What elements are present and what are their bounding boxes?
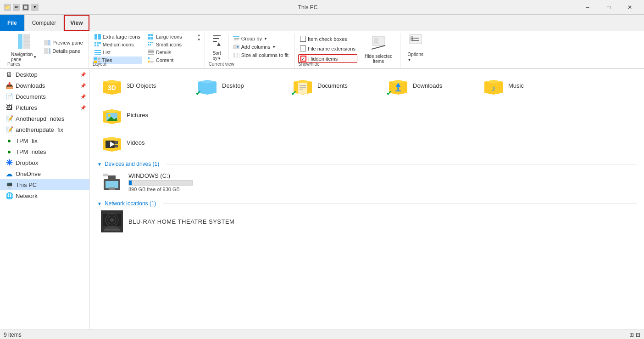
view-details-button[interactable]: ⊞	[629, 332, 634, 338]
large-icons-button[interactable]: Large icons	[146, 33, 195, 40]
medium-icons-button[interactable]: Medium icons	[93, 41, 142, 48]
sidebar-item-tpm-notes[interactable]: ● TPM_notes	[0, 146, 89, 157]
sidebar-item-dropbox[interactable]: ❋ Dropbox	[0, 157, 89, 168]
drive-size: 890 GB free of 930 GB	[128, 186, 193, 192]
preview-pane-button[interactable]: Preview pane	[42, 39, 85, 46]
svg-rect-15	[98, 37, 101, 40]
size-columns-button[interactable]: Size all columns to fit	[231, 51, 290, 59]
group-by-button[interactable]: Group by ▼	[231, 35, 290, 42]
extra-large-icons-button[interactable]: Extra large icons	[93, 33, 142, 40]
hidden-items-label: Hidden items	[308, 56, 338, 62]
svg-rect-12	[94, 34, 97, 37]
item-check-boxes-checkbox[interactable]	[300, 36, 306, 42]
content-label: Content	[156, 57, 174, 63]
sidebar-item-onedrive[interactable]: ☁ OneDrive	[0, 168, 89, 179]
close-button[interactable]: ✕	[619, 0, 640, 15]
sort-by-button[interactable]: Sortby▼	[209, 32, 225, 62]
nav-pane-button[interactable]: Navigationpane ▼	[7, 31, 40, 62]
item-check-boxes-button[interactable]: Item check boxes	[298, 35, 357, 43]
devices-section-header[interactable]: ▼ Devices and drives (1)	[97, 161, 637, 167]
network-section-header[interactable]: ▼ Network locations (1)	[97, 200, 637, 207]
folder-downloads-icon: ✔	[387, 74, 409, 96]
pin-icon: 📌	[80, 72, 86, 77]
hide-selected-button[interactable]: Hide selecteditems	[361, 33, 396, 64]
svg-point-93	[108, 114, 111, 117]
sidebar-item-network[interactable]: 🌐 Network	[0, 190, 89, 201]
panes-section: Navigationpane ▼ Preview pane Details pa…	[4, 33, 89, 68]
sidebar-item-downloads[interactable]: 📥 Downloads 📌	[0, 80, 89, 91]
list-button[interactable]: List	[93, 49, 142, 56]
sidebar-item-anotherupdate-fix[interactable]: 📝 anotherupdate_fix	[0, 124, 89, 135]
folder-desktop[interactable]: ✔ Desktop	[193, 73, 284, 98]
sidebar-item-pictures[interactable]: 🖼 Pictures 📌	[0, 102, 89, 113]
current-view-section: Sortby▼ Group by ▼ Add columns ▼	[205, 33, 294, 68]
svg-rect-112	[104, 229, 120, 231]
svg-rect-47	[150, 61, 154, 62]
svg-rect-99	[115, 141, 118, 144]
options-button[interactable]: Options▼	[404, 31, 427, 62]
sidebar-item-anotherupd[interactable]: 📝 Anotherupd_notes	[0, 113, 89, 124]
undo-icon[interactable]: ✏	[13, 4, 20, 11]
sidebar-pictures-label: Pictures	[16, 104, 37, 111]
svg-rect-0	[18, 34, 22, 49]
minimize-button[interactable]: –	[577, 0, 598, 15]
svg-rect-27	[151, 42, 153, 43]
layout-section-label: Layout	[93, 62, 106, 67]
sidebar-item-desktop[interactable]: 🖥 Desktop 📌	[0, 69, 89, 80]
add-columns-button[interactable]: Add columns ▼	[231, 43, 290, 51]
drive-windows[interactable]: WINDOWS (C:) 890 GB free of 930 GB	[101, 169, 637, 195]
svg-rect-53	[233, 36, 239, 37]
details-pane-button[interactable]: Details pane	[42, 47, 85, 55]
svg-rect-33	[148, 50, 154, 51]
quick-access-icon[interactable]: 📁	[4, 4, 11, 11]
sidebar-item-thispc[interactable]: 💻 This PC	[0, 179, 89, 190]
devices-chevron: ▼	[97, 162, 102, 167]
svg-line-65	[372, 45, 385, 49]
svg-rect-38	[98, 58, 100, 59]
tab-computer[interactable]: Computer	[25, 15, 64, 31]
small-icons-label: Small icons	[156, 42, 182, 47]
tab-file[interactable]: File	[0, 15, 25, 31]
network-device[interactable]: BLU-RAY HOME THEATRE SYSTEM	[101, 209, 637, 234]
sidebar-anotherupdate-fix-label: anotherupdate_fix	[16, 126, 63, 133]
svg-rect-111	[105, 227, 118, 229]
tpm-fix-icon: ●	[6, 137, 13, 144]
layout-grid: Extra large icons Large icons Medium ico…	[93, 33, 195, 64]
sidebar-item-tpm-fix[interactable]: ● TPM_fix	[0, 135, 89, 146]
folder-music[interactable]: ♪ Music	[479, 73, 571, 98]
folder-pictures-icon	[101, 104, 123, 126]
drive-name: WINDOWS (C:)	[128, 172, 193, 179]
folder-pictures[interactable]: Pictures	[97, 102, 189, 128]
sep1	[228, 35, 228, 59]
tab-view[interactable]: View	[64, 15, 89, 31]
scroll-up-arrow[interactable]: ▲	[197, 33, 201, 38]
content-button[interactable]: Content	[146, 56, 195, 64]
nav-pane-label: Navigationpane ▼	[11, 52, 37, 62]
svg-rect-100	[115, 145, 118, 147]
svg-rect-16	[148, 34, 150, 36]
view-tiles-button[interactable]: ⊟	[636, 332, 640, 338]
hidden-items-checkbox[interactable]: ✓	[300, 56, 306, 62]
folder-documents[interactable]: ✔ Documents	[288, 73, 380, 98]
maximize-button[interactable]: □	[598, 0, 619, 15]
sidebar-item-documents[interactable]: 📄 Documents 📌	[0, 91, 89, 102]
folder-videos[interactable]: Videos	[97, 130, 189, 155]
details-button[interactable]: Details	[146, 49, 195, 56]
properties-icon[interactable]: 🔲	[22, 4, 29, 11]
videos-row: Videos	[97, 130, 637, 155]
folder-documents-icon: ✔	[292, 74, 314, 96]
folder-3dobjects[interactable]: 3D 3D Objects	[97, 73, 189, 98]
scroll-down-arrow[interactable]: ▼	[197, 38, 201, 42]
file-name-ext-button[interactable]: File name extensions	[298, 45, 357, 52]
svg-rect-14	[94, 37, 97, 40]
customize-icon[interactable]: ▼	[31, 4, 39, 11]
file-name-ext-checkbox[interactable]	[300, 45, 306, 51]
svg-rect-60	[233, 53, 239, 57]
svg-rect-37	[94, 57, 97, 60]
sidebar-desktop-label: Desktop	[16, 71, 38, 78]
folder-downloads[interactable]: ✔ Downloads	[383, 73, 475, 98]
small-icons-button[interactable]: Small icons	[146, 41, 195, 48]
svg-rect-30	[94, 50, 101, 51]
svg-rect-64	[374, 38, 378, 44]
downloads-icon: 📥	[6, 82, 13, 89]
